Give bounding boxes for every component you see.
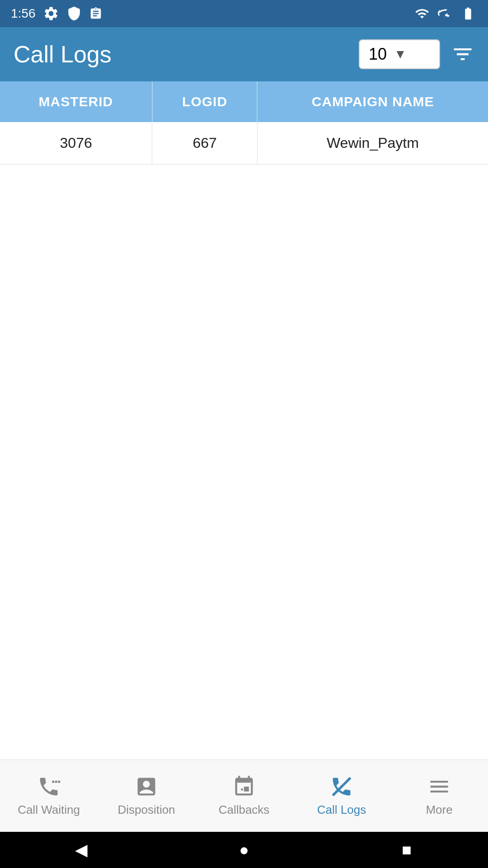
app-header: Call Logs 10 ▼ xyxy=(0,27,488,81)
bottom-nav: Call Waiting Disposition Callbacks Call … xyxy=(0,760,488,832)
page-title: Call Logs xyxy=(14,41,112,68)
cell-campaign_name: Wewin_Paytm xyxy=(257,122,488,165)
status-time: 1:56 xyxy=(11,6,36,21)
col-logid: LOGID xyxy=(152,81,258,122)
table-header: MASTERID LOGID CAMPAIGN NAME xyxy=(0,81,488,122)
nav-label-disposition: Disposition xyxy=(117,803,175,817)
back-button[interactable]: ◀ xyxy=(68,836,95,863)
android-nav-bar: ◀ ● ■ xyxy=(0,832,488,868)
svg-point-2 xyxy=(58,781,60,783)
col-campaign-name: CAMPAIGN NAME xyxy=(257,81,488,122)
nav-item-callbacks[interactable]: Callbacks xyxy=(195,775,293,817)
dropdown-value: 10 xyxy=(369,45,387,64)
header-row: MASTERID LOGID CAMPAIGN NAME xyxy=(0,81,488,122)
shield-icon xyxy=(66,6,82,21)
nav-label-more: More xyxy=(426,803,452,817)
nav-item-disposition[interactable]: Disposition xyxy=(98,775,195,817)
cell-masterid: 3076 xyxy=(0,122,152,165)
nav-label-call-waiting: Call Waiting xyxy=(18,803,80,817)
table-container: MASTERID LOGID CAMPAIGN NAME 3076667Wewi… xyxy=(0,81,488,760)
call-logs-table: MASTERID LOGID CAMPAIGN NAME 3076667Wewi… xyxy=(0,81,488,165)
table-body: 3076667Wewin_Paytm xyxy=(0,122,488,165)
nav-item-more[interactable]: More xyxy=(390,775,488,817)
status-bar-left: 1:56 xyxy=(11,5,103,22)
disposition-icon xyxy=(135,775,158,798)
nav-label-callbacks: Callbacks xyxy=(219,803,270,817)
svg-point-0 xyxy=(52,781,54,783)
home-button[interactable]: ● xyxy=(230,836,258,863)
col-masterid: MASTERID xyxy=(0,81,152,122)
table-row[interactable]: 3076667Wewin_Paytm xyxy=(0,122,488,165)
call-waiting-icon xyxy=(37,775,61,798)
call-logs-icon xyxy=(330,775,353,798)
status-bar-right xyxy=(413,6,477,21)
header-controls: 10 ▼ xyxy=(359,39,474,69)
signal-icon xyxy=(437,6,453,21)
nav-label-call-logs: Call Logs xyxy=(317,803,366,817)
callbacks-icon xyxy=(232,775,256,798)
cell-logid: 667 xyxy=(152,122,258,165)
svg-point-1 xyxy=(55,781,57,783)
filter-button[interactable] xyxy=(451,42,474,66)
nav-item-call-waiting[interactable]: Call Waiting xyxy=(0,775,98,817)
wifi-icon xyxy=(413,6,431,21)
battery-icon xyxy=(459,6,477,21)
more-icon xyxy=(427,775,451,798)
chevron-down-icon: ▼ xyxy=(394,47,407,61)
rows-dropdown[interactable]: 10 ▼ xyxy=(359,39,440,69)
settings-icon xyxy=(43,5,59,22)
nav-item-call-logs[interactable]: Call Logs xyxy=(293,775,390,817)
clipboard-icon xyxy=(89,6,103,21)
recent-button[interactable]: ■ xyxy=(393,836,420,863)
status-bar: 1:56 xyxy=(0,0,488,27)
